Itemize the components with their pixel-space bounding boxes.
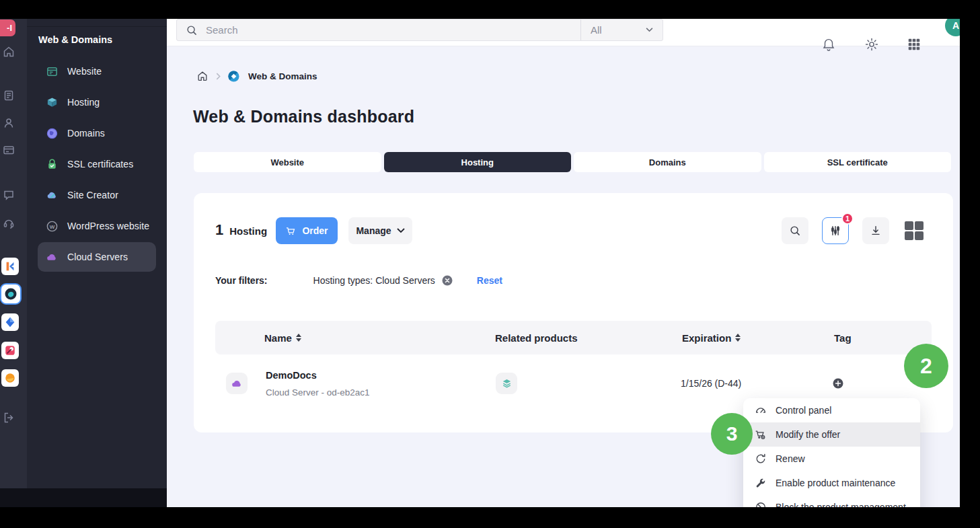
sidebar-item-label: SSL certificates bbox=[67, 159, 133, 169]
billing-icon[interactable] bbox=[2, 89, 15, 102]
sidebar-item-ssl[interactable]: SSL certificates bbox=[38, 149, 156, 179]
app-rail bbox=[0, 0, 27, 488]
sidebar-item-domains[interactable]: Domains bbox=[38, 118, 156, 148]
sidebar-item-wordpress[interactable]: W WordPress website bbox=[38, 211, 156, 241]
expiration-value: 1/15/26 (D-44) bbox=[681, 378, 741, 389]
grid-view-icon[interactable] bbox=[904, 221, 924, 241]
annotation-step-3: 3 bbox=[711, 413, 753, 455]
cloud-server-icon bbox=[226, 373, 248, 394]
app-tile-current-icon[interactable] bbox=[0, 283, 22, 305]
page-title: Web & Domains dashboard bbox=[193, 107, 414, 126]
breadcrumb-home-icon[interactable] bbox=[196, 70, 209, 82]
wordpress-icon: W bbox=[46, 220, 59, 233]
tab-ssl-certificate[interactable]: SSL certificate bbox=[764, 152, 952, 172]
annotation-step-2: 2 bbox=[904, 344, 948, 388]
app-tile-orange-icon[interactable] bbox=[1, 369, 19, 387]
sidebar-item-label: Website bbox=[67, 66, 102, 77]
sidebar-item-site-creator[interactable]: Site Creator bbox=[38, 180, 156, 210]
apps-grid-icon[interactable] bbox=[907, 37, 921, 52]
add-tag-icon[interactable] bbox=[833, 378, 843, 389]
global-search[interactable]: All bbox=[176, 19, 663, 41]
app-tile-k-icon[interactable] bbox=[1, 258, 19, 275]
layers-icon[interactable] bbox=[496, 373, 517, 394]
app-window: Web & Domains Website Hosting Domains SS… bbox=[0, 0, 980, 528]
search-icon bbox=[186, 24, 198, 36]
column-header-tag: Tag bbox=[834, 321, 852, 354]
remove-filter-icon[interactable] bbox=[442, 275, 453, 286]
top-header: All bbox=[167, 19, 960, 46]
chevron-down-icon bbox=[397, 228, 405, 233]
table-search-button[interactable] bbox=[782, 217, 808, 244]
avatar-initial: A bbox=[952, 20, 959, 31]
sidebar-divider bbox=[27, 26, 167, 27]
brand-logo-glyph: -I bbox=[7, 23, 12, 33]
row-context-menu: Control panel Modify the offer Renew Ena… bbox=[743, 398, 920, 519]
search-scope-dropdown[interactable]: All bbox=[580, 20, 663, 40]
annotation-label: 3 bbox=[726, 422, 738, 445]
active-filters-row: Your filters: Hosting types: Cloud Serve… bbox=[215, 275, 502, 286]
tab-website[interactable]: Website bbox=[194, 152, 381, 172]
logout-icon[interactable] bbox=[2, 411, 15, 424]
breadcrumb-current[interactable]: Web & Domains bbox=[248, 71, 317, 81]
product-name[interactable]: DemoDocs bbox=[266, 370, 317, 381]
web-domains-product-icon bbox=[228, 71, 239, 82]
product-subtitle: Cloud Server - od-eb2ac1 bbox=[266, 387, 370, 398]
search-input[interactable] bbox=[204, 24, 557, 36]
sidebar-item-label: Hosting bbox=[67, 97, 100, 108]
sidebar-item-cloud-servers[interactable]: Cloud Servers bbox=[38, 242, 156, 272]
cloud-servers-icon bbox=[46, 251, 59, 264]
renew-icon bbox=[755, 453, 767, 465]
hosting-icon bbox=[46, 96, 59, 109]
breadcrumb-chevron-icon bbox=[216, 73, 221, 80]
name-cell: DemoDocs Cloud Server - od-eb2ac1 bbox=[266, 354, 370, 412]
app-tile-blue-icon[interactable] bbox=[1, 313, 19, 331]
home-icon[interactable] bbox=[2, 45, 15, 59]
card-icon[interactable] bbox=[2, 143, 15, 157]
app-tile-pink-icon[interactable] bbox=[1, 342, 19, 359]
menu-item-label: Control panel bbox=[776, 405, 831, 416]
menu-item-label: Modify the offer bbox=[776, 429, 840, 440]
product-icon-cell bbox=[226, 354, 248, 412]
user-icon[interactable] bbox=[2, 116, 15, 130]
order-button[interactable]: Order bbox=[276, 217, 338, 244]
export-button[interactable] bbox=[862, 217, 889, 244]
notifications-bell-icon[interactable] bbox=[821, 37, 836, 52]
menu-item-label: Enable product maintenance bbox=[776, 478, 895, 488]
sidebar-item-website[interactable]: Website bbox=[38, 56, 156, 86]
website-icon bbox=[46, 65, 59, 78]
column-header-name[interactable]: Name bbox=[264, 321, 301, 354]
column-header-related-products: Related products bbox=[495, 321, 578, 354]
column-header-expiration[interactable]: Expiration bbox=[682, 321, 741, 354]
gauge-icon bbox=[755, 404, 767, 416]
sort-icon[interactable] bbox=[296, 334, 301, 342]
search-scope-value: All bbox=[591, 24, 602, 36]
sort-icon[interactable] bbox=[735, 334, 741, 342]
chat-icon[interactable] bbox=[2, 188, 15, 202]
annotation-label: 2 bbox=[920, 354, 932, 379]
expiration-cell: 1/15/26 (D-44) bbox=[681, 354, 741, 412]
hosting-count-number: 1 bbox=[215, 221, 223, 239]
reset-filters-link[interactable]: Reset bbox=[477, 275, 502, 286]
menu-item-modify-offer[interactable]: Modify the offer bbox=[743, 422, 920, 447]
sidebar-item-hosting[interactable]: Hosting bbox=[38, 87, 156, 117]
menu-item-renew[interactable]: Renew bbox=[743, 447, 920, 471]
order-button-label: Order bbox=[302, 225, 328, 236]
sidebar-item-label: Domains bbox=[67, 128, 105, 139]
brand-logo: -I bbox=[0, 20, 15, 36]
manage-button-label: Manage bbox=[356, 225, 391, 236]
menu-item-enable-maintenance[interactable]: Enable product maintenance bbox=[743, 471, 920, 495]
related-products-cell bbox=[496, 354, 517, 412]
tab-hosting[interactable]: Hosting bbox=[384, 152, 572, 172]
tab-domains[interactable]: Domains bbox=[574, 152, 761, 172]
sidebar-section-title: Web & Domains bbox=[38, 34, 112, 45]
menu-item-control-panel[interactable]: Control panel bbox=[743, 398, 920, 422]
dashboard-tabs: Website Hosting Domains SSL certificate bbox=[194, 152, 951, 172]
sidebar-item-label: Cloud Servers bbox=[67, 252, 128, 262]
support-icon[interactable] bbox=[2, 217, 15, 230]
cart-icon bbox=[285, 225, 297, 237]
filter-button[interactable]: 1 bbox=[822, 217, 849, 244]
wrench-icon bbox=[755, 477, 767, 489]
manage-button[interactable]: Manage bbox=[348, 217, 412, 244]
settings-gear-icon[interactable] bbox=[864, 37, 879, 52]
sidebar-item-label: Site Creator bbox=[67, 190, 118, 200]
